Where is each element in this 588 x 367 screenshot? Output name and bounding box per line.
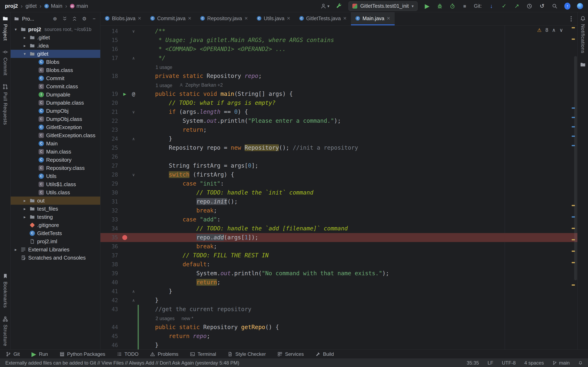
file-encoding[interactable]: UTF-8 [502, 360, 516, 366]
tree-item-repository-class[interactable]: CRepository.class [11, 164, 100, 172]
tree-item-blobs[interactable]: CBlobs [11, 58, 100, 66]
tree-item-gitletexception[interactable]: CGitletException [11, 123, 100, 131]
stripe-mark[interactable] [572, 27, 575, 28]
more-icon[interactable] [568, 16, 574, 21]
tree-item-gitignore[interactable]: .gitignore [11, 221, 100, 229]
chevron-down-icon[interactable]: ▾ [22, 51, 27, 56]
stripe-mark[interactable] [572, 39, 575, 40]
close-icon[interactable]: × [244, 16, 248, 21]
tree-item-proj2-iml[interactable]: proj2.iml [11, 237, 100, 245]
commit-check-icon[interactable]: ✓ [501, 3, 507, 9]
usages-hint[interactable]: 2 usages [156, 314, 174, 323]
author-hint[interactable]: Zephyr Barkan +2 [179, 81, 223, 90]
tree-item-gitlet[interactable]: ▾gitlet [11, 50, 100, 58]
tree-item-main-class[interactable]: CMain.class [11, 148, 100, 156]
indent-setting[interactable]: 4 spaces [524, 360, 544, 366]
code-line-20[interactable]: 20 // TODO: what if args is empty? [100, 99, 577, 108]
tree-item-test-files[interactable]: ▸test_files [11, 205, 100, 213]
tab-main-java[interactable]: CMain.java× [351, 12, 394, 25]
tree-item-blobs-class[interactable]: CBlobs.class [11, 66, 100, 74]
code-line-24[interactable]: 24∧ } [100, 134, 577, 143]
run-icon[interactable]: ▶ [424, 3, 430, 9]
tree-item-commit-class[interactable]: CCommit.class [11, 82, 100, 91]
fold-icon[interactable]: ∨ [130, 27, 138, 36]
activitybar-item-commit[interactable]: Commit [2, 49, 8, 76]
tree-item-repository[interactable]: CRepository [11, 156, 100, 164]
tree-item-gitlettests[interactable]: CGitletTests [11, 229, 100, 237]
code-line-16[interactable]: 16 * <COMMAND> <OPERAND1> <OPERAND2> ... [100, 45, 577, 54]
activitybar-item-project[interactable]: Project [2, 16, 8, 41]
tree-item-idea[interactable]: ▸.idea [11, 42, 100, 50]
push-icon[interactable]: ↗ [514, 3, 520, 9]
code-line-23[interactable]: 23 return; [100, 125, 577, 134]
code-line-17[interactable]: 17∧ */ [100, 54, 577, 63]
chevron-down-icon[interactable]: ▾ [13, 27, 18, 32]
code-line-35[interactable]: 35 repo.add(args[1]); [100, 233, 577, 242]
stripe-mark[interactable] [572, 284, 575, 286]
code-line-15[interactable]: 15 * Usage: java gitlet.Main ARGS, where… [100, 36, 577, 45]
toolwindow-services[interactable]: Services [277, 351, 304, 357]
user-menu[interactable]: ▾ [320, 3, 329, 9]
tree-item-dumpobj-class[interactable]: CDumpObj.class [11, 115, 100, 123]
tools-icon[interactable] [336, 3, 342, 9]
line-separator[interactable]: LF [488, 360, 493, 366]
code-line-28[interactable]: 28∨ switch (firstArg) { [100, 170, 577, 179]
tree-item-utils-1-class[interactable]: CUtils$1.class [11, 180, 100, 188]
settings-icon[interactable]: ⚙ [81, 16, 87, 22]
rollback-icon[interactable]: ↺ [539, 3, 545, 9]
tree-item-utils-class[interactable]: CUtils.class [11, 188, 100, 197]
code-line-19[interactable]: 19▶@ public static void main(String[] ar… [100, 90, 577, 99]
code-line-18[interactable]: 18 private static Repository repo; [100, 72, 577, 81]
code-line-27[interactable]: 27 String firstArg = args[0]; [100, 161, 577, 170]
toolwindow-style-checker[interactable]: Style Checker [227, 351, 266, 357]
breadcrumb-item-main[interactable]: CMain [44, 3, 62, 9]
code-line-21[interactable]: 21∨ if (args.length == 0) { [100, 108, 577, 117]
hide-icon[interactable]: − [91, 16, 97, 22]
chevron-right-icon[interactable]: ▸ [22, 43, 27, 48]
code-line-32[interactable]: 32 break; [100, 206, 577, 215]
tree-item-dumpable-class[interactable]: CDumpable.class [11, 99, 100, 107]
toolwindow-python-packages[interactable]: Python Packages [60, 351, 105, 357]
close-icon[interactable]: × [138, 16, 141, 21]
sphere-icon[interactable] [577, 3, 583, 9]
next-warning-button[interactable]: ∨ [559, 27, 563, 33]
code-line-36[interactable]: 36 break; [100, 242, 577, 251]
code-line-46[interactable]: 46 } [100, 341, 577, 350]
activitybar-item-bookmarks[interactable]: Bookmarks [2, 273, 8, 308]
activitybar-item-folder[interactable] [580, 62, 586, 68]
code-line-22[interactable]: 22 System.out.println("Please enter a co… [100, 117, 577, 125]
search-icon[interactable] [552, 3, 558, 9]
tree-item-gitletexception-class[interactable]: CGitletException.class [11, 131, 100, 140]
breadcrumb-item-gitlet[interactable]: gitlet [26, 3, 37, 9]
tree-item-out[interactable]: ▸out [11, 197, 100, 205]
code-line-38[interactable]: 38 default: [100, 260, 577, 269]
usages-hint[interactable]: 1 usage [156, 81, 172, 90]
code-line-44[interactable]: 44 public static Repository getRepo() { [100, 323, 577, 332]
code-line-29[interactable]: 29 case "init": [100, 179, 577, 188]
tree-item-commit[interactable]: CCommit [11, 74, 100, 82]
tree-item-proj2[interactable]: ▾proj2sources root, ~/cs61b [11, 25, 100, 33]
status-message[interactable]: Externally added files can be added to G… [5, 360, 239, 366]
run-gutter-icon[interactable]: ▶ [120, 90, 130, 99]
git-branch-widget[interactable]: main [553, 360, 570, 366]
inlay-row[interactable]: 1 usageZephyr Barkan +2 [100, 81, 577, 90]
toolwindow-problems[interactable]: Problems [150, 351, 178, 357]
tree-item-main[interactable]: CMain [11, 140, 100, 148]
fold-icon[interactable]: ∧ [130, 296, 138, 305]
inlay-row[interactable]: 1 usage [100, 63, 577, 72]
tab-commit-java[interactable]: CCommit.java× [146, 12, 196, 25]
activitybar-item-notifications[interactable]: Notifications [580, 16, 586, 53]
inspection-widget[interactable]: ⚠ 8 ∧ ∨ [537, 27, 563, 33]
fold-icon[interactable]: ∨ [130, 170, 138, 179]
code-editor[interactable]: 14∨ /**15 * Usage: java gitlet.Main ARGS… [100, 25, 577, 350]
tree-item-utils[interactable]: CUtils [11, 172, 100, 180]
expand-all-icon[interactable] [62, 16, 68, 22]
toolwindow-terminal[interactable]: Terminal [190, 351, 216, 357]
tree-item-scratches-and-consoles[interactable]: Scratches and Consoles [11, 254, 100, 262]
code-line-37[interactable]: 37 // TODO: FILL THE REST IN [100, 251, 577, 260]
toolwindow-todo[interactable]: TODO [117, 351, 139, 357]
chevron-right-icon[interactable]: ▸ [22, 206, 27, 211]
tree-item-dumpobj[interactable]: CDumpObj [11, 107, 100, 115]
tree-item-external-libraries[interactable]: ▸External Libraries [11, 245, 100, 254]
prev-warning-button[interactable]: ∧ [552, 27, 555, 33]
